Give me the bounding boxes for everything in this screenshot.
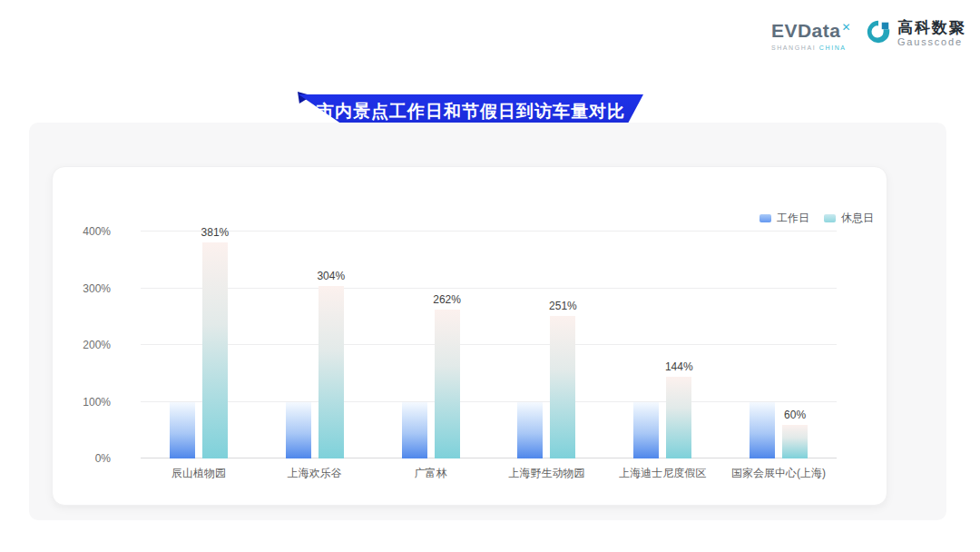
bar-restday-上海野生动物园[interactable] <box>550 316 575 458</box>
bar-workday-上海野生动物园[interactable] <box>517 402 543 459</box>
value-label: 60% <box>784 409 806 421</box>
gridline <box>141 231 837 232</box>
value-label: 144% <box>665 360 693 373</box>
gausscode-logo: 高科数聚 Gausscode <box>865 18 966 49</box>
evdata-logo: EVData✕ SHANGHAI CHINA <box>771 18 850 51</box>
y-tick-label: 400% <box>83 225 111 238</box>
y-tick-label: 0% <box>95 452 111 465</box>
x-category-label: 国家会展中心(上海) <box>731 466 826 481</box>
value-label: 381% <box>201 226 230 239</box>
bar-restday-辰山植物园[interactable] <box>202 242 228 458</box>
y-tick-label: 300% <box>83 282 111 295</box>
x-category-label: 上海野生动物园 <box>508 466 584 481</box>
y-tick-label: 100% <box>83 396 111 409</box>
value-label: 304% <box>317 270 345 282</box>
x-axis-line <box>141 458 837 458</box>
evdata-wordmark: EVData✕ <box>771 22 850 43</box>
legend-swatch-icon <box>760 214 771 222</box>
evdata-tagline: SHANGHAI CHINA <box>771 44 850 51</box>
legend-swatch-icon <box>824 214 836 222</box>
bar-workday-辰山植物园[interactable] <box>170 402 195 459</box>
brand-row: EVData✕ SHANGHAI CHINA 高科数聚 Gausscode <box>771 18 966 51</box>
bar-workday-广富林[interactable] <box>402 402 427 459</box>
bar-workday-国家会展中心(上海)[interactable] <box>750 402 775 459</box>
bar-restday-国家会展中心(上海)[interactable] <box>782 425 808 459</box>
legend-item-工作日[interactable]: 工作日 <box>760 211 809 226</box>
gausscode-g-icon <box>865 18 892 49</box>
gausscode-name-en: Gausscode <box>897 36 966 48</box>
bar-restday-上海迪士尼度假区[interactable] <box>666 377 691 458</box>
gridline <box>141 344 837 345</box>
y-tick-label: 200% <box>83 339 111 351</box>
x-category-label: 辰山植物园 <box>172 466 226 481</box>
chart-legend: 工作日休息日 <box>760 211 874 226</box>
bar-workday-上海欢乐谷[interactable] <box>286 402 311 459</box>
x-category-label: 上海迪士尼度假区 <box>619 466 706 481</box>
gridline <box>141 288 837 289</box>
x-category-label: 广富林 <box>415 466 447 481</box>
evdata-x-icon: ✕ <box>841 21 851 34</box>
legend-label: 工作日 <box>777 211 809 226</box>
x-category-label: 上海欢乐谷 <box>288 466 342 481</box>
bar-restday-广富林[interactable] <box>435 310 460 458</box>
value-label: 251% <box>549 300 577 312</box>
legend-item-休息日[interactable]: 休息日 <box>824 211 874 226</box>
value-label: 262% <box>433 293 461 306</box>
y-axis-labels: 0%100%200%300%400% <box>76 232 125 458</box>
gridline <box>141 401 837 402</box>
bar-workday-上海迪士尼度假区[interactable] <box>633 402 659 459</box>
bar-restday-上海欢乐谷[interactable] <box>318 286 344 458</box>
gausscode-name-cn: 高科数聚 <box>897 19 966 36</box>
legend-label: 休息日 <box>841 211 874 226</box>
plot-area: 381%辰山植物园304%上海欢乐谷262%广富林251%上海野生动物园144%… <box>141 232 837 458</box>
